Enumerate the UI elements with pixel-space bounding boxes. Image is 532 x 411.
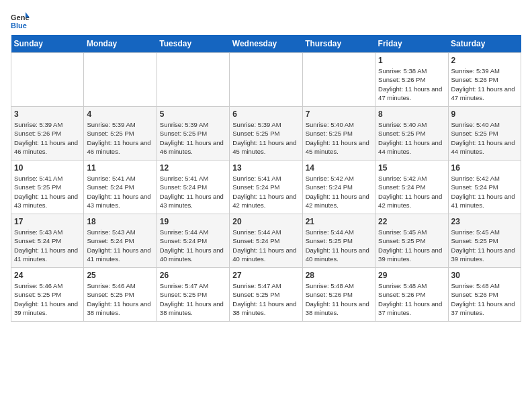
- day-number: 29: [378, 271, 445, 280]
- day-info: Sunrise: 5:42 AM Sunset: 5:24 PM Dayligh…: [451, 174, 518, 210]
- calendar-cell: 1Sunrise: 5:38 AM Sunset: 5:26 PM Daylig…: [375, 53, 448, 107]
- day-number: 12: [160, 163, 226, 173]
- weekday-saturday: Saturday: [448, 35, 521, 53]
- day-info: Sunrise: 5:46 AM Sunset: 5:25 PM Dayligh…: [14, 281, 81, 317]
- day-info: Sunrise: 5:47 AM Sunset: 5:25 PM Dayligh…: [160, 281, 226, 317]
- day-number: 3: [14, 109, 81, 119]
- day-info: Sunrise: 5:40 AM Sunset: 5:25 PM Dayligh…: [451, 120, 518, 156]
- day-number: 30: [451, 271, 518, 280]
- day-info: Sunrise: 5:45 AM Sunset: 5:25 PM Dayligh…: [451, 228, 518, 263]
- day-number: 15: [378, 163, 445, 173]
- calendar-cell: 7Sunrise: 5:40 AM Sunset: 5:25 PM Daylig…: [302, 107, 375, 161]
- calendar-table: SundayMondayTuesdayWednesdayThursdayFrid…: [11, 35, 521, 322]
- svg-text:Blue: Blue: [11, 21, 27, 30]
- day-info: Sunrise: 5:46 AM Sunset: 5:25 PM Dayligh…: [87, 281, 153, 317]
- page-header: General Blue: [11, 11, 521, 30]
- day-info: Sunrise: 5:40 AM Sunset: 5:25 PM Dayligh…: [306, 120, 372, 156]
- day-number: 11: [87, 163, 153, 173]
- weekday-friday: Friday: [375, 35, 448, 53]
- calendar-cell: 23Sunrise: 5:45 AM Sunset: 5:25 PM Dayli…: [448, 214, 521, 268]
- calendar-cell: 3Sunrise: 5:39 AM Sunset: 5:26 PM Daylig…: [11, 107, 84, 161]
- day-number: 4: [87, 109, 153, 119]
- calendar-cell: 8Sunrise: 5:40 AM Sunset: 5:25 PM Daylig…: [375, 107, 448, 161]
- calendar-cell: [302, 53, 375, 107]
- day-number: 9: [451, 109, 518, 119]
- week-row-4: 24Sunrise: 5:46 AM Sunset: 5:25 PM Dayli…: [11, 268, 521, 322]
- day-number: 5: [160, 109, 226, 119]
- day-info: Sunrise: 5:41 AM Sunset: 5:24 PM Dayligh…: [232, 174, 299, 210]
- day-info: Sunrise: 5:42 AM Sunset: 5:24 PM Dayligh…: [306, 174, 372, 210]
- calendar-cell: 27Sunrise: 5:47 AM Sunset: 5:25 PM Dayli…: [230, 268, 302, 322]
- day-number: 26: [160, 271, 226, 280]
- calendar-cell: 19Sunrise: 5:44 AM Sunset: 5:24 PM Dayli…: [157, 214, 229, 268]
- day-number: 8: [378, 109, 445, 119]
- day-info: Sunrise: 5:45 AM Sunset: 5:25 PM Dayligh…: [378, 228, 445, 263]
- calendar-cell: 25Sunrise: 5:46 AM Sunset: 5:25 PM Dayli…: [84, 268, 157, 322]
- day-number: 7: [306, 109, 372, 119]
- day-info: Sunrise: 5:41 AM Sunset: 5:24 PM Dayligh…: [87, 174, 153, 210]
- day-number: 13: [232, 163, 299, 173]
- weekday-header-row: SundayMondayTuesdayWednesdayThursdayFrid…: [11, 35, 521, 53]
- day-number: 21: [306, 217, 372, 226]
- day-number: 28: [306, 271, 372, 280]
- day-number: 16: [451, 163, 518, 173]
- calendar-cell: 15Sunrise: 5:42 AM Sunset: 5:24 PM Dayli…: [375, 161, 448, 214]
- week-row-3: 17Sunrise: 5:43 AM Sunset: 5:24 PM Dayli…: [11, 214, 521, 268]
- calendar-cell: 30Sunrise: 5:48 AM Sunset: 5:26 PM Dayli…: [448, 268, 521, 322]
- calendar-cell: 12Sunrise: 5:41 AM Sunset: 5:24 PM Dayli…: [157, 161, 229, 214]
- day-info: Sunrise: 5:41 AM Sunset: 5:24 PM Dayligh…: [160, 174, 226, 210]
- calendar-cell: 14Sunrise: 5:42 AM Sunset: 5:24 PM Dayli…: [302, 161, 375, 214]
- day-info: Sunrise: 5:39 AM Sunset: 5:26 PM Dayligh…: [451, 66, 518, 102]
- logo: General Blue: [11, 11, 32, 30]
- calendar-cell: 5Sunrise: 5:39 AM Sunset: 5:25 PM Daylig…: [157, 107, 229, 161]
- calendar-cell: 10Sunrise: 5:41 AM Sunset: 5:25 PM Dayli…: [11, 161, 84, 214]
- calendar-cell: 13Sunrise: 5:41 AM Sunset: 5:24 PM Dayli…: [230, 161, 302, 214]
- calendar-cell: 4Sunrise: 5:39 AM Sunset: 5:25 PM Daylig…: [84, 107, 157, 161]
- week-row-0: 1Sunrise: 5:38 AM Sunset: 5:26 PM Daylig…: [11, 53, 521, 107]
- weekday-sunday: Sunday: [11, 35, 84, 53]
- day-number: 17: [14, 217, 81, 226]
- calendar-cell: 17Sunrise: 5:43 AM Sunset: 5:24 PM Dayli…: [11, 214, 84, 268]
- day-info: Sunrise: 5:48 AM Sunset: 5:26 PM Dayligh…: [451, 281, 518, 317]
- weekday-thursday: Thursday: [302, 35, 375, 53]
- calendar-cell: 22Sunrise: 5:45 AM Sunset: 5:25 PM Dayli…: [375, 214, 448, 268]
- day-info: Sunrise: 5:44 AM Sunset: 5:24 PM Dayligh…: [160, 228, 226, 263]
- day-number: 10: [14, 163, 81, 173]
- day-info: Sunrise: 5:44 AM Sunset: 5:25 PM Dayligh…: [306, 228, 372, 263]
- day-number: 1: [378, 56, 445, 65]
- day-number: 25: [87, 271, 153, 280]
- day-number: 2: [451, 56, 518, 65]
- day-number: 19: [160, 217, 226, 226]
- day-info: Sunrise: 5:48 AM Sunset: 5:26 PM Dayligh…: [378, 281, 445, 317]
- day-info: Sunrise: 5:43 AM Sunset: 5:24 PM Dayligh…: [87, 228, 153, 263]
- day-number: 27: [232, 271, 299, 280]
- calendar-cell: [230, 53, 302, 107]
- week-row-2: 10Sunrise: 5:41 AM Sunset: 5:25 PM Dayli…: [11, 161, 521, 214]
- day-info: Sunrise: 5:39 AM Sunset: 5:25 PM Dayligh…: [160, 120, 226, 156]
- calendar-cell: 6Sunrise: 5:39 AM Sunset: 5:25 PM Daylig…: [230, 107, 302, 161]
- logo-icon: General Blue: [11, 11, 30, 30]
- day-number: 20: [232, 217, 299, 226]
- calendar-cell: 29Sunrise: 5:48 AM Sunset: 5:26 PM Dayli…: [375, 268, 448, 322]
- calendar-cell: 28Sunrise: 5:48 AM Sunset: 5:26 PM Dayli…: [302, 268, 375, 322]
- calendar-body: 1Sunrise: 5:38 AM Sunset: 5:26 PM Daylig…: [11, 53, 521, 322]
- weekday-tuesday: Tuesday: [157, 35, 229, 53]
- calendar-cell: 2Sunrise: 5:39 AM Sunset: 5:26 PM Daylig…: [448, 53, 521, 107]
- day-info: Sunrise: 5:42 AM Sunset: 5:24 PM Dayligh…: [378, 174, 445, 210]
- day-info: Sunrise: 5:44 AM Sunset: 5:24 PM Dayligh…: [232, 228, 299, 263]
- calendar-cell: 20Sunrise: 5:44 AM Sunset: 5:24 PM Dayli…: [230, 214, 302, 268]
- calendar-cell: [157, 53, 229, 107]
- weekday-wednesday: Wednesday: [230, 35, 302, 53]
- day-info: Sunrise: 5:39 AM Sunset: 5:25 PM Dayligh…: [87, 120, 153, 156]
- day-number: 23: [451, 217, 518, 226]
- calendar-cell: 26Sunrise: 5:47 AM Sunset: 5:25 PM Dayli…: [157, 268, 229, 322]
- day-info: Sunrise: 5:43 AM Sunset: 5:24 PM Dayligh…: [14, 228, 81, 263]
- calendar-cell: 18Sunrise: 5:43 AM Sunset: 5:24 PM Dayli…: [84, 214, 157, 268]
- day-info: Sunrise: 5:39 AM Sunset: 5:25 PM Dayligh…: [232, 120, 299, 156]
- day-info: Sunrise: 5:39 AM Sunset: 5:26 PM Dayligh…: [14, 120, 81, 156]
- day-number: 18: [87, 217, 153, 226]
- day-number: 22: [378, 217, 445, 226]
- day-number: 24: [14, 271, 81, 280]
- day-number: 14: [306, 163, 372, 173]
- day-info: Sunrise: 5:38 AM Sunset: 5:26 PM Dayligh…: [378, 66, 445, 102]
